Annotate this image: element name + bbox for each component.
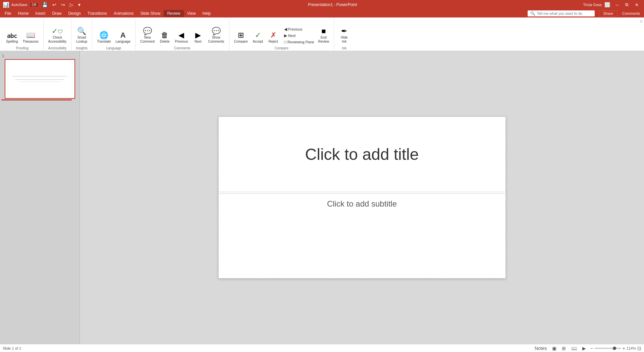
slide-canvas: Click to add title Click to add subtitle: [218, 117, 506, 278]
ribbon-display-btn[interactable]: ⬜: [603, 1, 611, 8]
menu-item-file[interactable]: File: [1, 10, 14, 17]
canvas-area[interactable]: Click to add title Click to add subtitle: [80, 51, 644, 344]
proofing-buttons: abc Spelling 📖 Thesaurus: [4, 19, 41, 46]
status-bar: Slide 1 of 1 Notes ▣ ⊞ 📖 ▶ − + 114% ⊡: [0, 344, 644, 352]
menu-item-design[interactable]: Design: [65, 10, 84, 17]
compare-next-label: Next: [288, 34, 296, 38]
compare-icon: ⊞: [238, 32, 244, 39]
redo-btn[interactable]: ↪: [60, 1, 66, 8]
smart-lookup-button[interactable]: 🔍 SmartLookup: [74, 26, 89, 45]
zoom-slider[interactable]: [594, 348, 621, 349]
menu-item-help[interactable]: Help: [199, 10, 214, 17]
language-button[interactable]: A Language: [113, 30, 132, 45]
spelling-label: Spelling: [6, 40, 18, 44]
reject-icon: ✗: [270, 32, 276, 39]
compare-nav-column: ◀ Previous ▶ Next □ Reviewing Pane: [283, 26, 316, 45]
zoom-out-btn[interactable]: −: [590, 346, 593, 351]
ribbon-collapse-button[interactable]: △: [640, 17, 643, 23]
end-review-label: EndReview: [318, 36, 329, 44]
accessibility-group-label: Accessibility: [46, 46, 68, 51]
show-comments-button[interactable]: 💬 ShowComments: [206, 26, 226, 45]
title-placeholder-text: Click to add title: [305, 145, 419, 164]
app-icon: 📊: [3, 2, 9, 8]
hide-ink-button[interactable]: ✒ HideInk: [337, 26, 352, 45]
subtitle-placeholder-text: Click to add subtitle: [327, 199, 397, 209]
subtitle-placeholder[interactable]: Click to add subtitle: [218, 193, 506, 278]
qat-customize-btn[interactable]: ▾: [77, 1, 82, 8]
slide-thumbnail-1[interactable]: [5, 59, 75, 99]
previous-comment-button[interactable]: ◀ Previous: [173, 30, 190, 45]
compare-next-icon: ▶: [284, 33, 287, 38]
present-btn[interactable]: ▷: [68, 1, 75, 8]
ribbon-content: abc Spelling 📖 Thesaurus Proofing ✓🛡 Che…: [0, 17, 644, 51]
menu-item-home[interactable]: Home: [14, 10, 32, 17]
slide-sorter-btn[interactable]: ⊞: [560, 345, 567, 351]
reject-button[interactable]: ✗ Reject: [266, 30, 281, 45]
window-controls: Tricia Goss ⬜ ─ ⧉ ✕: [583, 1, 641, 8]
search-icon: 🔍: [530, 11, 535, 16]
reviewing-pane-button[interactable]: □ Reviewing Pane: [283, 39, 316, 45]
end-review-button[interactable]: ■ EndReview: [316, 26, 331, 45]
compare-label: Compare: [234, 40, 248, 44]
slideshow-btn[interactable]: ▶: [581, 345, 587, 351]
show-comments-icon: 💬: [212, 28, 221, 35]
ribbon-group-language: 🌐 Translate A Language Language: [92, 19, 136, 51]
window-title: Presentation1 - PowerPoint: [82, 2, 583, 7]
delete-comment-button[interactable]: 🗑 Delete: [157, 30, 172, 45]
thesaurus-icon: 📖: [26, 32, 35, 39]
menu-item-view[interactable]: View: [184, 10, 199, 17]
title-bar: 📊 AutoSave Off 💾 ↩ ↪ ▷ ▾ Presentation1 -…: [0, 0, 644, 9]
normal-view-btn[interactable]: ▣: [551, 345, 558, 351]
zoom-in-btn[interactable]: +: [623, 346, 625, 351]
insights-buttons: 🔍 SmartLookup: [74, 19, 89, 46]
compare-button[interactable]: ⊞ Compare: [232, 30, 250, 45]
translate-button[interactable]: 🌐 Translate: [95, 30, 113, 45]
reviewing-pane-label: Reviewing Pane: [287, 40, 314, 44]
accept-button[interactable]: ✓ Accept: [251, 30, 265, 45]
menu-item-transitions[interactable]: Transitions: [84, 10, 110, 17]
ribbon-group-compare: ⊞ Compare ✓ Accept ✗ Reject ◀ Previous: [229, 19, 334, 51]
compare-previous-button[interactable]: ◀ Previous: [283, 26, 316, 32]
new-comment-button[interactable]: 💬 NewComment: [138, 26, 157, 45]
language-group-label: Language: [95, 46, 132, 51]
zoom-thumb: [613, 347, 616, 350]
check-accessibility-button[interactable]: ✓🛡 CheckAccessibility: [46, 26, 68, 45]
compare-previous-icon: ◀: [284, 27, 287, 32]
translate-icon: 🌐: [99, 32, 108, 39]
share-button[interactable]: Share: [599, 10, 617, 16]
menu-item-draw[interactable]: Draw: [49, 10, 65, 17]
user-name: Tricia Goss: [583, 3, 602, 7]
translate-label: Translate: [97, 40, 111, 44]
reading-view-btn[interactable]: 📖: [570, 345, 578, 351]
title-placeholder[interactable]: Click to add title: [218, 117, 506, 192]
minimize-btn[interactable]: ─: [613, 2, 621, 8]
fit-slide-btn[interactable]: ⊡: [637, 346, 641, 351]
compare-next-button[interactable]: ▶ Next: [283, 33, 316, 39]
menu-item-review[interactable]: Review: [164, 10, 183, 17]
check-accessibility-label: CheckAccessibility: [48, 36, 66, 44]
ink-buttons: ✒ HideInk: [337, 19, 352, 46]
thesaurus-button[interactable]: 📖 Thesaurus: [21, 30, 41, 45]
next-comment-button[interactable]: ▶ Next: [191, 30, 205, 45]
save-qat-btn[interactable]: 💾: [41, 1, 49, 8]
show-comments-label: ShowComments: [208, 36, 224, 44]
ribbon-group-comments: 💬 NewComment 🗑 Delete ◀ Previous ▶ Next …: [136, 19, 229, 51]
menu-item-animations[interactable]: Animations: [110, 10, 137, 17]
language-icon: A: [120, 32, 126, 39]
menu-item-slideshow[interactable]: Slide Show: [137, 10, 164, 17]
autosave-toggle[interactable]: Off: [30, 2, 39, 7]
search-input[interactable]: [537, 11, 592, 15]
ribbon-group-insights: 🔍 SmartLookup Insights: [71, 19, 92, 51]
comments-header-btn[interactable]: Comments: [620, 11, 643, 16]
close-btn[interactable]: ✕: [632, 2, 641, 8]
undo-btn[interactable]: ↩: [51, 1, 58, 8]
restore-btn[interactable]: ⧉: [623, 1, 631, 8]
spelling-button[interactable]: abc Spelling: [4, 32, 20, 45]
status-bar-right: Notes ▣ ⊞ 📖 ▶ − + 114% ⊡: [533, 345, 641, 351]
menu-item-insert[interactable]: Insert: [32, 10, 49, 17]
reviewing-pane-icon: □: [284, 40, 286, 44]
search-box[interactable]: 🔍: [528, 10, 595, 16]
accept-label: Accept: [253, 40, 263, 44]
notes-button[interactable]: Notes: [533, 345, 548, 351]
slide-panel: 1: [0, 51, 80, 344]
